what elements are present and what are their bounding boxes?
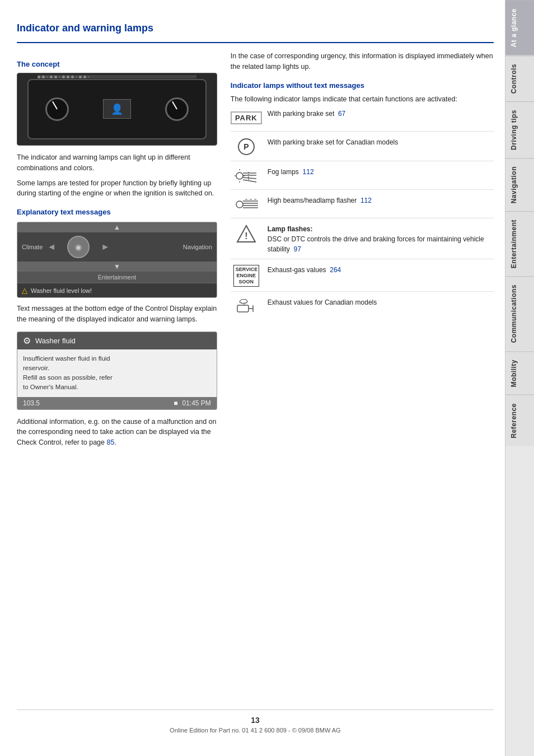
park-desc: With parking brake set 67 (268, 109, 494, 119)
washer-time: 01:45 PM (182, 399, 210, 407)
indicator-dot-small (88, 76, 90, 78)
svg-line-7 (243, 180, 256, 182)
ctrl-entertainment-label: Entertainment (98, 274, 136, 281)
indicator-row-fog: Fog lamps 112 (231, 167, 494, 190)
exhaust-can-icon-box (231, 297, 262, 315)
washer-line2: reservoir. (23, 365, 49, 371)
indicator-dot-small (76, 76, 77, 78)
beam-desc: High beams/headlamp flasher 112 (268, 195, 494, 206)
explanatory-period: . (114, 438, 116, 446)
indicator-dot (42, 76, 45, 78)
washer-title: Washer fluid (35, 337, 76, 345)
svg-point-12 (236, 201, 243, 208)
beam-link[interactable]: 112 (360, 197, 372, 204)
ctrl-climate-label: Climate (17, 244, 43, 250)
top-indicator-bar (38, 75, 197, 78)
ctrl-knob-icon: ◉ (75, 242, 82, 251)
concept-para2: Some lamps are tested for proper functio… (17, 178, 217, 199)
indicator-dot (79, 76, 82, 78)
sidebar-tab-driving-tips[interactable]: Driving tips (505, 101, 534, 158)
concept-para1: The indicator and warning lamps can ligh… (17, 152, 217, 174)
footer-icon-square: ■ (174, 399, 177, 407)
sidebar: At a glance Controls Driving tips Naviga… (505, 0, 534, 756)
indicator-row-service: SERVICEENGINESOON Exhaust-gas values 264 (231, 265, 494, 291)
svg-line-8 (243, 178, 256, 179)
svg-point-2 (236, 172, 243, 179)
svg-text:!: ! (245, 231, 247, 241)
indicator-dot (38, 76, 40, 78)
sidebar-tab-mobility[interactable]: Mobility (505, 351, 534, 395)
ctrl-navigation-label: Navigation (114, 244, 217, 250)
page-link-85[interactable]: 85 (107, 438, 115, 446)
washer-line3: Refill as soon as possible, refer (23, 374, 113, 381)
washer-icon: ⚙ (23, 335, 31, 346)
sidebar-tab-communications[interactable]: Communications (505, 276, 534, 351)
indicator-row-park: PARK With parking brake set 67 (231, 109, 494, 132)
indicator-list: PARK With parking brake set 67 P (231, 109, 494, 319)
indicator-dot (54, 76, 57, 78)
indicator-row-beam: High beams/headlamp flasher 112 (231, 195, 494, 218)
fog-icon-box (231, 167, 262, 185)
indicator-dot (50, 76, 53, 78)
concept-subtitle: The concept (17, 60, 217, 68)
service-link[interactable]: 264 (330, 266, 341, 274)
park-badge: PARK (231, 111, 262, 124)
sidebar-tab-navigation[interactable]: Navigation (505, 158, 534, 211)
right-gauge (165, 97, 189, 121)
sidebar-tab-entertainment[interactable]: Entertainment (505, 211, 534, 276)
right-column: In the case of corresponding urgency, th… (231, 51, 494, 696)
dashboard-inner: 👤 (27, 79, 207, 140)
left-column: The concept (17, 51, 217, 696)
beam-icon-box (231, 195, 262, 213)
svg-rect-22 (237, 305, 249, 312)
dsc-triangle-icon: ! (236, 224, 256, 244)
exhaust-canadian-icon (236, 297, 256, 315)
washer-header: ⚙ Washer fluid (17, 332, 217, 349)
ctrl-warning-text: Washer fluid level low! (31, 287, 92, 294)
page-number: 13 (17, 716, 494, 725)
park-link[interactable]: 67 (338, 110, 345, 118)
dsc-icon-box: ! (231, 224, 262, 244)
indicator-dot-small (59, 76, 60, 78)
ctrl-arrow-down: ▼ (17, 262, 217, 272)
center-display: 👤 (103, 99, 131, 119)
service-engine-soon-icon: SERVICEENGINESOON (233, 265, 259, 286)
footer-icons: ■ 01:45 PM (174, 399, 211, 407)
park-icon-box: PARK (231, 109, 262, 127)
control-display-image: ▲ Climate ◄ ◉ ► Navigation ▼ (17, 222, 217, 298)
fog-lamp-icon (234, 167, 259, 184)
fog-link[interactable]: 112 (303, 168, 314, 176)
dashboard-image: 👤 (17, 73, 217, 146)
washer-line4: to Owner's Manual. (23, 384, 78, 390)
ctrl-arrow-right: ► (101, 242, 110, 252)
ctrl-center-button[interactable]: ◉ (67, 236, 90, 258)
indicator-subtitle: Indicator lamps without text messages (231, 81, 494, 90)
park-canada-desc: With parking brake set for Canadian mode… (268, 137, 494, 147)
center-icon: 👤 (111, 103, 123, 115)
section-title: Indicator and warning lamps (17, 22, 494, 34)
warning-triangle-icon: △ (22, 286, 27, 295)
washer-odometer: 103.5 (23, 399, 40, 407)
indicator-row-dsc: ! Lamp flashes: DSC or DTC controls the … (231, 224, 494, 259)
washer-footer: 103.5 ■ 01:45 PM (17, 397, 217, 409)
indicator-dot (71, 76, 74, 78)
intro-text: In the case of corresponding urgency, th… (231, 51, 494, 72)
dsc-link[interactable]: 97 (294, 245, 301, 253)
indicator-row-exhaust-can: Exhaust values for Canadian models (231, 297, 494, 320)
service-desc: Exhaust-gas values 264 (268, 265, 494, 275)
sidebar-tab-at-a-glance[interactable]: At a glance (505, 0, 534, 55)
footer-text: Online Edition for Part no. 01 41 2 600 … (170, 727, 340, 734)
sidebar-tab-controls[interactable]: Controls (505, 55, 534, 101)
indicator-row-park-canada: P With parking brake set for Canadian mo… (231, 137, 494, 161)
washer-line1: Insufficient washer fluid in fluid (23, 355, 110, 362)
svg-text:P: P (243, 142, 249, 151)
washer-body: Insufficient washer fluid in fluid reser… (17, 349, 217, 397)
title-divider (17, 42, 494, 43)
explanatory-subtitle: Explanatory text messages (17, 208, 217, 216)
sidebar-tab-reference[interactable]: Reference (505, 395, 534, 446)
exhaust-can-desc: Exhaust values for Canadian models (268, 297, 494, 307)
indicator-dot (62, 76, 65, 78)
left-gauge (45, 97, 69, 121)
explanatory-para2-text: Additional information, e.g. on the caus… (17, 418, 216, 447)
page-footer: 13 Online Edition for Part no. 01 41 2 6… (17, 710, 494, 734)
